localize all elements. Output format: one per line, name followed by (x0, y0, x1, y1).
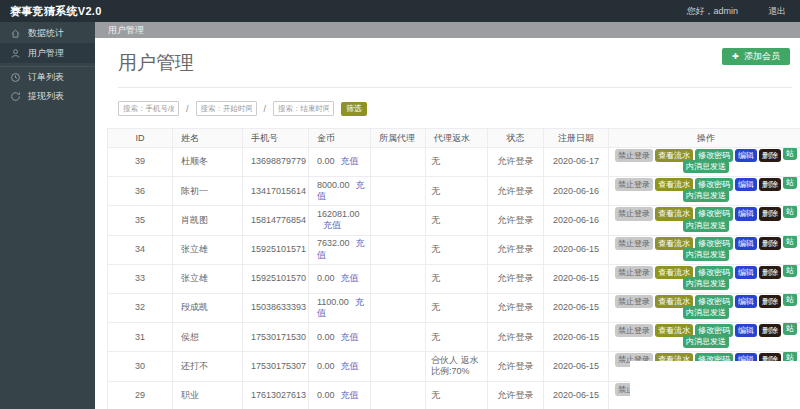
edit-button[interactable]: 编辑 (735, 295, 757, 308)
cell-phone: 15038633393 (243, 293, 309, 322)
sidebar-item-label: 数据统计 (28, 27, 64, 40)
delete-button[interactable]: 删除 (759, 324, 781, 337)
cell-coins: 7632.00充值 (309, 235, 371, 264)
filter-button[interactable]: 筛选 (341, 102, 367, 116)
sidebar-item-label: 用户管理 (28, 47, 64, 60)
table-row: 39杜顺冬136988797790.00充值无允许登录2020-06-17禁止登… (108, 148, 800, 177)
cell-agent (371, 264, 426, 293)
delete-button[interactable]: 删除 (759, 237, 781, 250)
sidebar-item-label: 提现列表 (28, 90, 64, 103)
recharge-link[interactable]: 充值 (341, 332, 359, 342)
cell-name: 陈初一 (173, 177, 243, 206)
search-end-time-input[interactable] (273, 101, 334, 116)
search-start-time-input[interactable] (196, 101, 257, 116)
coins-value: 0.00 (317, 156, 335, 166)
sidebar: 数据统计用户管理订单列表提现列表 (0, 22, 95, 409)
cell-id: 31 (108, 323, 173, 352)
cell-name: 肖凯图 (173, 206, 243, 235)
column-header: 姓名 (173, 129, 243, 148)
cell-status: 允许登录 (488, 352, 544, 381)
cell-rebate: 合伙人 返水比例:70% (426, 352, 488, 381)
add-member-button[interactable]: ✚ 添加会员 (722, 48, 790, 65)
delete-button[interactable]: 删除 (759, 207, 781, 220)
ban-login-button[interactable]: 禁止登录 (615, 178, 653, 191)
cell-date: 2020-06-17 (544, 148, 609, 177)
sidebar-item-user-management[interactable]: 用户管理 (0, 43, 95, 63)
table-row: 31侯想175301715300.00充值无允许登录2020-06-15禁止登录… (108, 323, 800, 352)
ban-login-button[interactable]: 禁止登录 (615, 324, 653, 337)
ban-login-button[interactable]: 禁止登录 (615, 237, 653, 250)
overlay-panel (630, 361, 800, 409)
cell-agent (371, 206, 426, 235)
plus-icon: ✚ (732, 53, 739, 61)
cell-phone: 13698879779 (243, 148, 309, 177)
edit-button[interactable]: 编辑 (735, 207, 757, 220)
cell-actions: 禁止登录查看流水修改密码编辑删除站内消息发送 (609, 293, 800, 322)
top-bar: 赛事竞猜系统V2.0 您好，admin 退出 (0, 0, 800, 22)
cell-name: 杜顺冬 (173, 148, 243, 177)
delete-button[interactable]: 删除 (759, 178, 781, 191)
recharge-link[interactable]: 充值 (341, 390, 359, 400)
recharge-link[interactable]: 充值 (323, 220, 341, 230)
cell-date: 2020-06-15 (544, 323, 609, 352)
delete-button[interactable]: 删除 (759, 266, 781, 279)
coins-value: 8000.00 (317, 180, 350, 190)
cell-date: 2020-06-15 (544, 352, 609, 381)
cell-actions: 禁止登录查看流水修改密码编辑删除站内消息发送 (609, 235, 800, 264)
search-phone-input[interactable] (118, 101, 179, 116)
cell-date: 2020-06-15 (544, 381, 609, 409)
recharge-link[interactable]: 充值 (341, 361, 359, 371)
breadcrumb: 用户管理 (95, 22, 800, 38)
cell-id: 30 (108, 352, 173, 381)
ban-login-button[interactable]: 禁止登录 (615, 207, 653, 220)
cell-agent (371, 293, 426, 322)
cell-coins: 162081.00充值 (309, 206, 371, 235)
cell-status: 允许登录 (488, 177, 544, 206)
cell-actions: 禁止登录查看流水修改密码编辑删除站内消息发送 (609, 264, 800, 293)
cell-rebate: 无 (426, 293, 488, 322)
coins-value: 0.00 (317, 361, 335, 371)
users-table-head-row: ID姓名手机号金币所属代理代理返水状态注册日期操作 (108, 129, 800, 148)
cell-date: 2020-06-16 (544, 177, 609, 206)
column-header: 手机号 (243, 129, 309, 148)
main-area: 用户管理 用户管理 ✚ 添加会员 / / 筛选 (95, 22, 800, 409)
edit-button[interactable]: 编辑 (735, 178, 757, 191)
table-row: 33张立雄159251015700.00充值无允许登录2020-06-15禁止登… (108, 264, 800, 293)
edit-button[interactable]: 编辑 (735, 237, 757, 250)
coins-value: 7632.00 (317, 238, 350, 248)
cell-coins: 0.00充值 (309, 148, 371, 177)
cell-status: 允许登录 (488, 206, 544, 235)
search-bar: / / 筛选 (118, 101, 792, 116)
sidebar-item-data-stats[interactable]: 数据统计 (0, 23, 95, 43)
cell-rebate: 无 (426, 148, 488, 177)
logout-link[interactable]: 退出 (768, 5, 786, 18)
add-member-label: 添加会员 (744, 50, 780, 63)
ban-login-button[interactable]: 禁止登录 (615, 266, 653, 279)
cell-date: 2020-06-16 (544, 206, 609, 235)
cell-rebate: 无 (426, 206, 488, 235)
cell-rebate: 无 (426, 323, 488, 352)
table-row: 34张立雄159251015717632.00充值无允许登录2020-06-15… (108, 235, 800, 264)
withdraw-icon (10, 91, 21, 102)
edit-button[interactable]: 编辑 (735, 266, 757, 279)
cell-agent (371, 235, 426, 264)
ban-login-button[interactable]: 禁止登录 (615, 149, 653, 162)
edit-button[interactable]: 编辑 (735, 324, 757, 337)
cell-id: 39 (108, 148, 173, 177)
edit-button[interactable]: 编辑 (735, 149, 757, 162)
ban-login-button[interactable]: 禁止登录 (615, 295, 653, 308)
cell-agent (371, 323, 426, 352)
delete-button[interactable]: 删除 (759, 149, 781, 162)
home-icon (10, 28, 21, 39)
recharge-link[interactable]: 充值 (341, 156, 359, 166)
cell-id: 34 (108, 235, 173, 264)
coins-value: 1100.00 (317, 297, 349, 307)
sidebar-item-order-list[interactable]: 订单列表 (0, 66, 95, 86)
coins-value: 0.00 (317, 332, 335, 342)
delete-button[interactable]: 删除 (759, 295, 781, 308)
recharge-link[interactable]: 充值 (341, 273, 359, 283)
orders-icon (10, 72, 21, 83)
cell-date: 2020-06-15 (544, 235, 609, 264)
title-divider (118, 87, 792, 88)
sidebar-item-withdraw-list[interactable]: 提现列表 (0, 86, 95, 106)
